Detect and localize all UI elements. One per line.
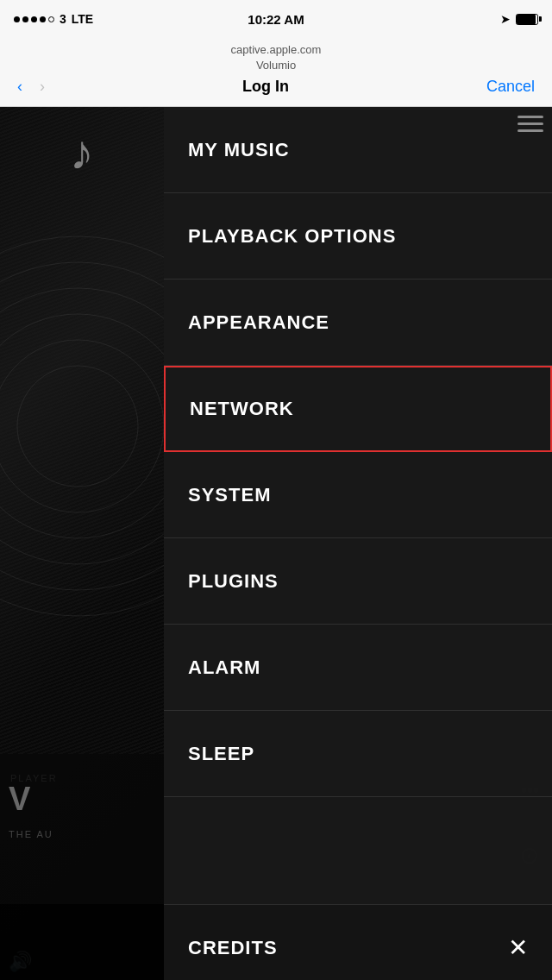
forward-button[interactable]: › bbox=[40, 78, 45, 96]
page-title: Log In bbox=[242, 78, 289, 96]
menu-item-label-network: NETWORK bbox=[190, 398, 294, 420]
credits-label: CREDITS bbox=[188, 937, 278, 959]
menu-item-label-appearance: APPEARANCE bbox=[188, 311, 329, 334]
left-overlay bbox=[0, 107, 164, 980]
back-button[interactable]: ‹ bbox=[17, 78, 22, 96]
location-icon: ➤ bbox=[500, 12, 511, 26]
status-left: 3 LTE bbox=[14, 12, 93, 26]
menu-item-label-plugins: PLUGINS bbox=[188, 570, 279, 593]
menu-item-label-my-music: MY MUSIC bbox=[188, 139, 290, 161]
browser-bar: captive.apple.com Volumio ‹ › Log In Can… bbox=[0, 38, 552, 107]
menu-item-my-music[interactable]: MY MUSIC bbox=[164, 107, 552, 193]
menu-panel: MY MUSICPLAYBACK OPTIONSAPPEARANCENETWOR… bbox=[164, 107, 552, 980]
menu-item-alarm[interactable]: ALARM bbox=[164, 625, 552, 711]
url-bar: captive.apple.com Volumio bbox=[0, 38, 552, 74]
menu-item-label-alarm: ALARM bbox=[188, 656, 260, 679]
url-domain: captive.apple.com bbox=[231, 43, 322, 56]
battery-icon bbox=[516, 14, 538, 25]
menu-item-appearance[interactable]: APPEARANCE bbox=[164, 280, 552, 366]
cancel-button[interactable]: Cancel bbox=[486, 78, 535, 96]
menu-item-plugins[interactable]: PLUGINS bbox=[164, 538, 552, 625]
nav-arrows: ‹ › bbox=[17, 78, 45, 96]
credits-menu-item[interactable]: CREDITS ✕ bbox=[164, 904, 552, 980]
carrier-label: 3 bbox=[60, 12, 66, 26]
url-app: Volumio bbox=[256, 59, 296, 72]
menu-items-container: MY MUSICPLAYBACK OPTIONSAPPEARANCENETWOR… bbox=[164, 107, 552, 797]
network-type: LTE bbox=[72, 12, 93, 26]
close-button[interactable]: ✕ bbox=[508, 933, 528, 962]
status-right: ➤ bbox=[500, 12, 538, 26]
menu-item-network[interactable]: NETWORK bbox=[164, 366, 552, 452]
menu-item-label-sleep: SLEEP bbox=[188, 743, 254, 765]
status-time: 10:22 AM bbox=[248, 12, 304, 27]
menu-item-label-playback-options: PLAYBACK OPTIONS bbox=[188, 225, 396, 248]
credits-left-bg bbox=[0, 904, 164, 980]
menu-item-system[interactable]: SYSTEM bbox=[164, 452, 552, 538]
main-area: ♪ V THE AU 🔊 PLAYER ••• ⊙ ⏭ bbox=[0, 107, 552, 980]
signal-icon bbox=[14, 16, 54, 22]
nav-row: ‹ › Log In Cancel bbox=[0, 74, 552, 99]
menu-item-playback-options[interactable]: PLAYBACK OPTIONS bbox=[164, 193, 552, 280]
menu-item-label-system: SYSTEM bbox=[188, 484, 271, 506]
status-bar: 3 LTE 10:22 AM ➤ bbox=[0, 0, 552, 38]
menu-item-sleep[interactable]: SLEEP bbox=[164, 711, 552, 797]
credits-row: CREDITS ✕ bbox=[0, 904, 552, 980]
